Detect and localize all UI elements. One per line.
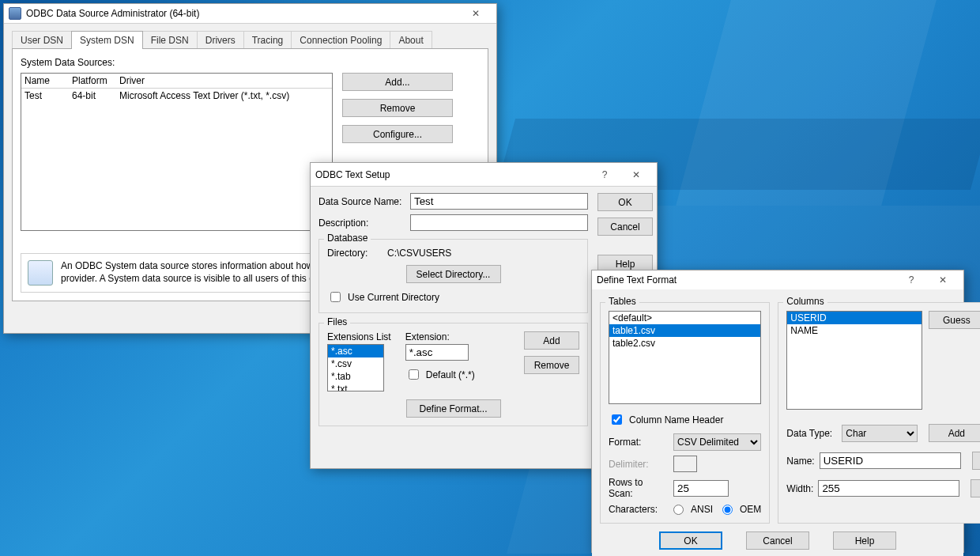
use-current-directory-checkbox[interactable]	[330, 292, 341, 302]
directory-label: Directory:	[327, 248, 383, 259]
delimiter-input	[673, 456, 697, 472]
columns-list[interactable]: USERID NAME	[786, 311, 922, 410]
close-icon[interactable]: ✕	[620, 165, 652, 184]
col-driver[interactable]: Driver	[119, 75, 329, 86]
desc-label: Description:	[318, 217, 405, 229]
text-setup-titlebar: ODBC Text Setup ? ✕	[311, 163, 657, 187]
odbc-icon	[9, 7, 21, 20]
default-ext-label: Default (*.*)	[426, 369, 475, 380]
cancel-button[interactable]: Cancel	[597, 217, 653, 236]
list-item[interactable]: table2.csv	[609, 337, 760, 350]
datatype-label: Data Type:	[786, 428, 837, 439]
ok-button[interactable]: OK	[659, 531, 722, 550]
extensions-list[interactable]: *.asc *.csv *.tab *.txt	[327, 344, 384, 391]
list-item[interactable]: USERID	[787, 312, 922, 324]
info-icon	[28, 260, 53, 286]
help-icon[interactable]: ?	[895, 270, 927, 289]
tab-connection-pooling[interactable]: Connection Pooling	[291, 31, 390, 49]
desc-input[interactable]	[410, 214, 588, 231]
col-platform[interactable]: Platform	[72, 75, 119, 86]
list-item[interactable]: *.tab	[328, 370, 383, 383]
remove-ext-button[interactable]: Remove	[524, 356, 579, 374]
rows-to-scan-input[interactable]	[673, 480, 729, 497]
characters-label: Characters:	[609, 504, 669, 515]
close-icon[interactable]: ✕	[927, 270, 959, 289]
configure-button[interactable]: Configure...	[342, 125, 453, 143]
tables-group: Tables	[605, 296, 639, 307]
tab-drivers[interactable]: Drivers	[197, 31, 244, 49]
extension-field-label: Extension:	[405, 331, 475, 342]
help-button[interactable]: Help	[833, 531, 896, 550]
width-input[interactable]	[818, 480, 959, 497]
text-setup-title: ODBC Text Setup	[315, 169, 589, 180]
rows-to-scan-label: Rows to Scan:	[609, 477, 669, 499]
extension-input[interactable]	[405, 344, 469, 361]
ok-button[interactable]: OK	[597, 193, 653, 211]
odbc-tabs: User DSN System DSN File DSN Drivers Tra…	[12, 30, 488, 48]
guess-button[interactable]: Guess	[929, 311, 980, 329]
colname-label: Name:	[786, 456, 814, 467]
add-button[interactable]: Add...	[342, 73, 453, 91]
tab-about[interactable]: About	[390, 31, 432, 49]
column-name-header-label: Column Name Header	[629, 414, 723, 426]
column-name-header-checkbox[interactable]	[612, 414, 622, 425]
directory-value: C:\CSVUSERS	[387, 248, 451, 259]
tab-file-dsn[interactable]: File DSN	[142, 31, 198, 49]
use-current-directory-label: Use Current Directory	[348, 292, 439, 303]
list-item[interactable]: NAME	[787, 324, 922, 337]
col-modify-button[interactable]: Modify	[972, 452, 980, 470]
colname-input[interactable]	[820, 452, 961, 469]
delimiter-label: Delimiter:	[609, 459, 669, 470]
cancel-button[interactable]: Cancel	[746, 531, 809, 550]
system-data-sources-label: System Data Sources:	[21, 57, 480, 68]
table-row[interactable]: Test 64-bit Microsoft Access Text Driver…	[21, 89, 332, 103]
list-item[interactable]: table1.csv	[609, 324, 760, 337]
ansi-radio[interactable]: ANSI	[673, 504, 713, 515]
help-icon[interactable]: ?	[589, 165, 620, 184]
tab-tracing[interactable]: Tracing	[243, 31, 292, 49]
select-directory-button[interactable]: Select Directory...	[406, 265, 501, 283]
col-remove-button[interactable]: Remove	[971, 479, 980, 497]
add-ext-button[interactable]: Add	[524, 331, 579, 350]
tab-system-dsn[interactable]: System DSN	[71, 31, 143, 49]
default-ext-checkbox[interactable]	[409, 369, 419, 380]
list-item[interactable]: *.csv	[328, 357, 383, 370]
tab-user-dsn[interactable]: User DSN	[12, 31, 72, 49]
odbc-admin-titlebar: ODBC Data Source Administrator (64-bit) …	[4, 4, 496, 24]
remove-button[interactable]: Remove	[342, 99, 453, 117]
define-format-title: Define Text Format	[597, 274, 895, 286]
list-item[interactable]: <default>	[609, 312, 760, 324]
list-item[interactable]: *.asc	[328, 345, 383, 357]
format-label: Format:	[609, 437, 669, 448]
data-sources-list[interactable]: Name Platform Driver Test 64-bit Microso…	[21, 73, 333, 231]
dsn-label: Data Source Name:	[318, 196, 405, 207]
define-format-window: Define Text Format ? ✕ Tables <default> …	[591, 270, 964, 553]
dsn-input[interactable]	[410, 193, 588, 210]
tables-list[interactable]: <default> table1.csv table2.csv	[609, 311, 761, 404]
extensions-list-label: Extensions List	[327, 331, 391, 342]
oem-radio[interactable]: OEM	[722, 504, 761, 515]
close-icon[interactable]: ✕	[460, 4, 492, 23]
col-name[interactable]: Name	[24, 75, 72, 86]
datatype-select[interactable]: Char	[842, 425, 918, 442]
define-format-titlebar: Define Text Format ? ✕	[592, 270, 963, 289]
format-select[interactable]: CSV Delimited	[673, 433, 761, 451]
define-format-button[interactable]: Define Format...	[406, 399, 501, 418]
database-group: Database	[324, 233, 371, 244]
width-label: Width:	[786, 483, 813, 494]
columns-group: Columns	[783, 296, 827, 307]
list-item[interactable]: *.txt	[328, 383, 383, 391]
odbc-admin-title: ODBC Data Source Administrator (64-bit)	[26, 8, 460, 19]
files-group: Files	[324, 316, 350, 327]
col-add-button[interactable]: Add	[929, 424, 980, 442]
